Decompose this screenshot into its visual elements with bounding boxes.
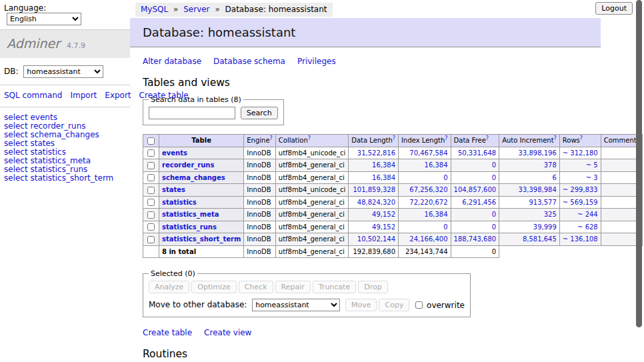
row-checkbox[interactable] bbox=[147, 149, 155, 157]
value-link[interactable]: 6,291,456 bbox=[462, 199, 496, 206]
table-link-recorder-runs[interactable]: recorder_runs bbox=[162, 161, 214, 169]
sidebar-action-import[interactable]: Import bbox=[70, 91, 97, 100]
total-row: 8 in total InnoDB utf8mb4_general_ci 192… bbox=[143, 245, 643, 257]
value-link[interactable]: 325 bbox=[544, 211, 557, 218]
value-link[interactable]: ~ 569,159 bbox=[563, 199, 598, 206]
value-link[interactable]: 0 bbox=[492, 174, 496, 181]
adminer-version-link[interactable]: 4.7.9 bbox=[67, 41, 85, 50]
bulk-repair-button[interactable]: Repair bbox=[275, 281, 311, 293]
value-link[interactable]: 104,857,600 bbox=[454, 186, 497, 193]
sidebar-action-sql-command[interactable]: SQL command bbox=[4, 91, 62, 100]
help-link[interactable]: ? bbox=[270, 135, 273, 141]
value-link[interactable]: 33,398,984 bbox=[519, 186, 557, 193]
value-link[interactable]: 188,743,680 bbox=[454, 235, 497, 243]
cell-index-length: 24,166,400 bbox=[399, 233, 451, 246]
value-link[interactable]: 31,522,816 bbox=[357, 149, 395, 157]
copy-button[interactable]: Copy bbox=[379, 299, 409, 311]
value-link[interactable]: 0 bbox=[443, 223, 447, 231]
row-checkbox[interactable] bbox=[147, 236, 155, 243]
value-link[interactable]: 70,467,584 bbox=[409, 149, 447, 157]
tables-foot: 8 in total InnoDB utf8mb4_general_ci 192… bbox=[143, 245, 643, 257]
row-checkbox[interactable] bbox=[147, 187, 155, 194]
value-link[interactable]: 24,166,400 bbox=[409, 235, 447, 243]
bulk-drop-button[interactable]: Drop bbox=[358, 281, 387, 293]
search-input[interactable] bbox=[149, 107, 235, 119]
db-select[interactable]: homeassistant bbox=[23, 65, 103, 78]
value-link[interactable]: 67,256,320 bbox=[409, 186, 447, 193]
table-link-statistics[interactable]: statistics bbox=[162, 199, 197, 206]
value-link[interactable]: 0 bbox=[492, 161, 496, 169]
help-link[interactable]: ? bbox=[393, 135, 395, 141]
value-link[interactable]: 72,220,672 bbox=[409, 199, 447, 206]
value-link[interactable]: ~ 5 bbox=[586, 161, 598, 169]
value-link[interactable]: 0 bbox=[443, 174, 447, 181]
bulk-optimize-button[interactable]: Optimize bbox=[191, 281, 236, 293]
table-link-schema-changes[interactable]: schema_changes bbox=[162, 174, 225, 181]
table-name-cell: statistics_runs bbox=[159, 221, 244, 233]
cell-engine: InnoDB bbox=[244, 233, 276, 246]
value-link[interactable]: 39,999 bbox=[533, 223, 557, 231]
row-checkbox[interactable] bbox=[147, 223, 155, 231]
value-link[interactable]: ~ 3 bbox=[586, 174, 598, 181]
row-checkbox[interactable] bbox=[147, 174, 155, 181]
help-link[interactable]: ? bbox=[445, 135, 447, 141]
sidebar-action-export[interactable]: Export bbox=[105, 91, 131, 100]
table-link-statistics-meta[interactable]: statistics_meta bbox=[162, 211, 219, 218]
table-link-events[interactable]: events bbox=[162, 149, 187, 157]
value-link[interactable]: 16,384 bbox=[372, 174, 395, 181]
bulk-check-button[interactable]: Check bbox=[239, 281, 273, 293]
link-create-view[interactable]: Create view bbox=[204, 328, 251, 337]
sidebar-select-statistics-short-term[interactable]: select statistics_short_term bbox=[4, 174, 126, 183]
help-link[interactable]: ? bbox=[554, 135, 557, 141]
breadcrumb-server-link[interactable]: Server bbox=[183, 5, 209, 14]
select-all-checkbox[interactable] bbox=[147, 137, 155, 145]
value-link[interactable]: 16,384 bbox=[372, 161, 395, 169]
vertical-scrollbar-thumb[interactable] bbox=[636, 0, 642, 327]
link-database-schema[interactable]: Database schema bbox=[213, 57, 285, 66]
value-link[interactable]: 378 bbox=[544, 161, 557, 169]
help-link[interactable]: ? bbox=[308, 135, 311, 141]
link-create-table[interactable]: Create table bbox=[143, 328, 192, 337]
table-link-statistics-short-term[interactable]: statistics_short_term bbox=[162, 235, 241, 243]
move-database-select[interactable]: homeassistant bbox=[252, 299, 340, 311]
value-link[interactable]: 49,152 bbox=[372, 223, 395, 231]
table-link-states[interactable]: states bbox=[162, 186, 185, 193]
value-link[interactable]: 33,898,196 bbox=[519, 149, 557, 157]
value-link[interactable]: 48,824,320 bbox=[357, 199, 395, 206]
value-link[interactable]: ~ 628 bbox=[577, 223, 598, 231]
value-link[interactable]: ~ 136,108 bbox=[563, 235, 598, 243]
table-link-statistics-runs[interactable]: statistics_runs bbox=[162, 223, 217, 231]
row-select-cell bbox=[143, 233, 159, 246]
overwrite-checkbox[interactable] bbox=[415, 301, 423, 309]
row-checkbox[interactable] bbox=[147, 162, 155, 169]
value-link[interactable]: ~ 312,180 bbox=[563, 149, 598, 157]
link-alter-database[interactable]: Alter database bbox=[143, 57, 201, 66]
link-privileges[interactable]: Privileges bbox=[297, 57, 336, 66]
search-button[interactable]: Search bbox=[241, 107, 278, 119]
bulk-truncate-button[interactable]: Truncate bbox=[313, 281, 356, 293]
value-link[interactable]: 16,384 bbox=[425, 211, 448, 218]
logout-button[interactable]: Logout bbox=[595, 2, 633, 15]
value-link[interactable]: 913,577 bbox=[529, 199, 556, 206]
value-link[interactable]: 0 bbox=[492, 223, 496, 231]
move-button[interactable]: Move bbox=[345, 299, 377, 311]
bulk-analyze-button[interactable]: Analyze bbox=[149, 281, 189, 293]
cell-data-free: 0 bbox=[451, 159, 499, 172]
value-link[interactable]: 50,331,648 bbox=[458, 149, 496, 157]
help-link[interactable]: ? bbox=[486, 135, 489, 141]
value-link[interactable]: 49,152 bbox=[372, 211, 395, 218]
value-link[interactable]: 6 bbox=[552, 174, 556, 181]
value-link[interactable]: ~ 244 bbox=[577, 211, 598, 218]
breadcrumb-mysql-link[interactable]: MySQL bbox=[141, 5, 168, 14]
row-checkbox[interactable] bbox=[147, 199, 155, 206]
value-link[interactable]: 10,502,144 bbox=[357, 235, 395, 243]
help-link[interactable]: ? bbox=[580, 135, 583, 141]
value-link[interactable]: 0 bbox=[492, 211, 496, 218]
value-link[interactable]: 8,581,645 bbox=[523, 235, 557, 243]
value-link[interactable]: 16,384 bbox=[425, 161, 448, 169]
cell-engine: InnoDB bbox=[244, 196, 276, 209]
row-checkbox[interactable] bbox=[147, 211, 155, 219]
value-link[interactable]: ~ 299,833 bbox=[563, 186, 598, 193]
value-link[interactable]: 101,859,328 bbox=[353, 186, 395, 193]
language-select[interactable]: English bbox=[7, 13, 81, 25]
